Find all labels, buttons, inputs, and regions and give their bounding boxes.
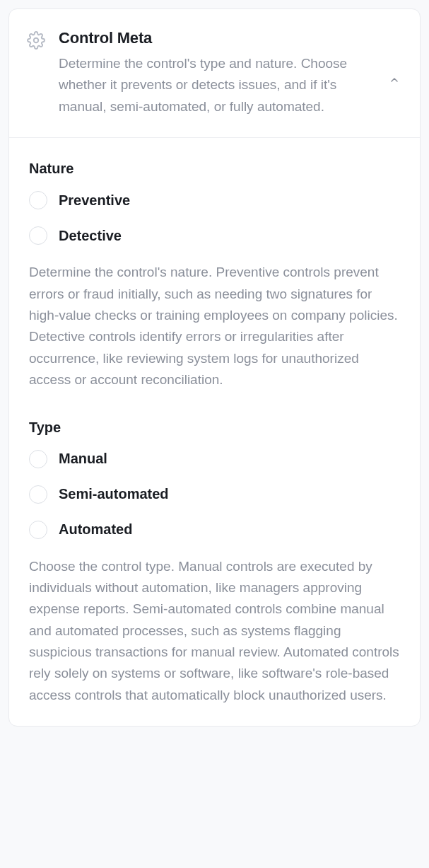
control-meta-card: Control Meta Determine the control's typ… — [8, 8, 421, 727]
nature-section: Nature Preventive Detective Determine th… — [29, 161, 400, 390]
nature-description: Determine the control's nature. Preventi… — [29, 262, 400, 390]
svg-point-0 — [34, 38, 39, 43]
radio-preventive[interactable]: Preventive — [29, 191, 400, 209]
nature-label: Nature — [29, 161, 400, 177]
radio-label: Semi-automated — [59, 486, 169, 502]
type-description: Choose the control type. Manual controls… — [29, 556, 400, 707]
radio-manual[interactable]: Manual — [29, 450, 400, 468]
radio-detective[interactable]: Detective — [29, 226, 400, 245]
header-title: Control Meta — [59, 29, 373, 47]
radio-label: Manual — [59, 451, 107, 467]
type-label: Type — [29, 419, 400, 436]
card-body: Nature Preventive Detective Determine th… — [9, 138, 420, 726]
collapse-button[interactable] — [386, 71, 403, 88]
radio-circle-icon — [29, 226, 47, 245]
chevron-up-icon — [389, 74, 400, 86]
radio-circle-icon — [29, 450, 47, 468]
radio-semi-automated[interactable]: Semi-automated — [29, 485, 400, 504]
radio-label: Preventive — [59, 192, 130, 209]
type-section: Type Manual Semi-automated Automated Cho… — [29, 419, 400, 707]
radio-label: Detective — [59, 228, 122, 244]
radio-circle-icon — [29, 521, 47, 539]
radio-circle-icon — [29, 191, 47, 209]
header-description: Determine the control's type and nature.… — [59, 53, 373, 117]
card-header: Control Meta Determine the control's typ… — [9, 9, 420, 138]
gear-icon — [26, 30, 46, 50]
radio-automated[interactable]: Automated — [29, 521, 400, 539]
header-text: Control Meta Determine the control's typ… — [59, 29, 373, 117]
radio-circle-icon — [29, 485, 47, 504]
radio-label: Automated — [59, 521, 132, 538]
